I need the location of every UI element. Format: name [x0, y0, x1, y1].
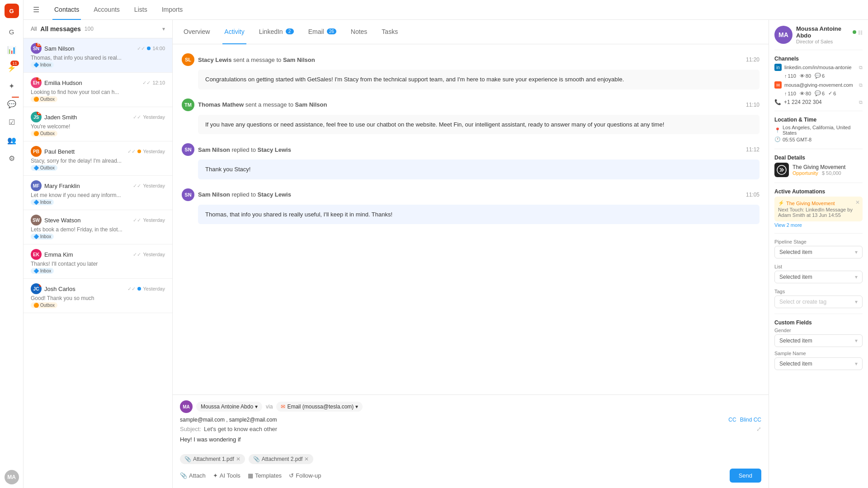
- nav-icon-chart[interactable]: 📊: [4, 42, 20, 58]
- list-item[interactable]: 8EH Emilia Hudson ✓✓ 12:10 Looking to fi…: [24, 73, 172, 107]
- copy-linkedin-button[interactable]: ⧉: [859, 65, 863, 70]
- nav-icon-tasks[interactable]: ☑: [4, 114, 20, 130]
- activity-time: 11:10: [746, 102, 760, 108]
- list-item[interactable]: EK Emma Kim ✓✓ Yesterday Thanks! I'll co…: [24, 244, 172, 279]
- activity-time: 11:20: [746, 56, 760, 63]
- activity-sender-info: SL Stacy Lewis sent a message to Sam Nil…: [182, 53, 315, 66]
- deal-info: The Giving Movement Opportunity $ 50,000: [793, 164, 863, 176]
- cc-button[interactable]: CC: [728, 417, 736, 423]
- list-item[interactable]: 20JS Jaden Smith ✓✓ Yesterday You're wel…: [24, 107, 172, 141]
- nav-icon-user[interactable]: G: [4, 23, 20, 40]
- lightning-icon: ⚡: [778, 200, 784, 206]
- compose-body[interactable]: Hey! I was wondering if: [180, 436, 761, 450]
- activity-sender-text: Sam Nilson replied to Stacy Lewis: [198, 146, 291, 153]
- unread-dot: [137, 150, 141, 153]
- send-button[interactable]: Send: [730, 469, 761, 483]
- msg-time: Yesterday: [143, 114, 165, 120]
- follow-up-button[interactable]: ↺ Follow-up: [289, 472, 321, 479]
- activity-item: SN Sam Nilson replied to Stacy Lewis 11:…: [182, 188, 760, 225]
- compose-subject-row: Subject: Let's get to know each other ⤢: [180, 426, 761, 432]
- gender-label: Gender: [774, 328, 863, 333]
- profile-avatar: MA: [774, 26, 793, 44]
- nav-icon-settings[interactable]: ⚙: [4, 150, 20, 166]
- tab-contacts[interactable]: Contacts: [52, 0, 81, 20]
- compose-attachments: 📎 Attachment 1.pdf ✕ 📎 Attachment 2.pdf …: [180, 454, 761, 464]
- activity-sender-info: TM Thomas Mathew sent a message to Sam N…: [182, 99, 327, 111]
- user-avatar[interactable]: MA: [5, 470, 19, 484]
- list-item[interactable]: SW Steve Watson ✓✓ Yesterday Lets book a…: [24, 210, 172, 244]
- list-item[interactable]: MF Mary Franklin ✓✓ Yesterday Let me kno…: [24, 176, 172, 210]
- phone-row: 📞 +1 224 202 304 ⧉: [774, 99, 863, 105]
- sender-name: Emma Kim: [44, 251, 73, 258]
- attach-button[interactable]: 📎 Attach: [180, 472, 206, 479]
- sender-name: Emilia Hudson: [44, 80, 82, 86]
- tab-notes[interactable]: Notes: [349, 20, 369, 44]
- list-item[interactable]: PB Paul Benett ✓✓ Yesterday Stacy, sorry…: [24, 141, 172, 176]
- detail-tabs: Overview Activity LinkedIn 2 Email 26 No…: [173, 20, 769, 44]
- msg-time: 14:00: [152, 46, 165, 51]
- pipeline-dropdown[interactable]: Selected item ▾: [774, 246, 863, 258]
- nav-icon-lightning[interactable]: ⚡11: [4, 60, 20, 76]
- sender-name: Jaden Smith: [44, 114, 77, 121]
- list-value: Selected item: [779, 274, 812, 280]
- nav-icon-message[interactable]: 💬: [4, 96, 20, 112]
- tab-accounts[interactable]: Accounts: [92, 0, 122, 20]
- list-item[interactable]: 2JC Josh Carlos ✓✓ Yesterday Good! Thank…: [24, 279, 172, 313]
- nav-icon-star[interactable]: ✦: [4, 78, 20, 94]
- nav-icon-contacts[interactable]: 👥: [4, 132, 20, 148]
- ai-tools-button[interactable]: ✦ AI Tools: [213, 472, 241, 479]
- tab-tasks[interactable]: Tasks: [380, 20, 400, 44]
- app-logo: G: [5, 4, 19, 18]
- tab-overview[interactable]: Overview: [182, 20, 212, 44]
- compose-from-select[interactable]: Moussa Antoine Abdo ▾: [196, 402, 262, 412]
- gender-value: Selected item: [779, 338, 812, 344]
- tab-lists[interactable]: Lists: [132, 0, 149, 20]
- read-icon: ✓✓: [142, 80, 151, 86]
- deal-title: Deal Details: [774, 155, 863, 161]
- activity-avatar: SN: [182, 143, 194, 156]
- tab-linkedin[interactable]: LinkedIn 2: [257, 20, 296, 44]
- messages-dropdown-icon[interactable]: ▾: [162, 26, 165, 32]
- view-more-button[interactable]: View 2 more: [774, 222, 863, 228]
- sidebar-toggle-icon[interactable]: ☰: [31, 5, 42, 15]
- detail-pane: Overview Activity LinkedIn 2 Email 26 No…: [173, 20, 769, 488]
- msg-time: Yesterday: [143, 183, 165, 188]
- compose-subject-text[interactable]: Let's get to know each other: [204, 426, 277, 432]
- copy-phone-button[interactable]: ⧉: [859, 99, 863, 105]
- chevron-down-icon: ▾: [355, 404, 358, 410]
- automation-close-button[interactable]: ✕: [855, 199, 860, 206]
- location-text: Los Angeles, California, United States: [783, 125, 863, 136]
- gender-dropdown[interactable]: Selected item ▾: [774, 334, 863, 347]
- expand-icon[interactable]: ⤢: [756, 426, 761, 432]
- tab-activity[interactable]: Activity: [222, 20, 246, 44]
- attachment-remove-button[interactable]: ✕: [304, 456, 309, 462]
- avatar: 20JS: [31, 112, 42, 122]
- msg-preview: Stacy, sorry for the delay! I'm alread..…: [31, 158, 139, 164]
- templates-button[interactable]: ▦ Templates: [248, 472, 282, 479]
- compose-email-select[interactable]: ✉ Email (moussa@tesla.com) ▾: [276, 402, 363, 412]
- all-filter-button[interactable]: All: [31, 26, 37, 32]
- sample-name-dropdown[interactable]: Selected item ▾: [774, 357, 863, 370]
- attachment-remove-button[interactable]: ✕: [236, 456, 241, 462]
- linkedin-stat-view: 👁80: [800, 73, 811, 79]
- profile-title: Director of Sales: [796, 39, 863, 44]
- profile-name: Moussa Antoine Abdo: [796, 25, 851, 39]
- content-area: All All messages 100 ▾ 53SN Sam Nilson: [24, 20, 868, 488]
- copy-email-button[interactable]: ⧉: [859, 82, 863, 88]
- automations-section: Active Automations ⚡ The Giving Movement…: [774, 188, 863, 228]
- tags-label: Tags: [774, 289, 863, 294]
- avatar: 2JC: [31, 283, 42, 294]
- time-row: 🕐 05:55 GMT-8: [774, 136, 863, 142]
- time-text: 05:55 GMT-8: [783, 137, 811, 142]
- tags-input[interactable]: Select or create tag ▾: [774, 296, 863, 308]
- activity-sender-info: SN Sam Nilson replied to Stacy Lewis: [182, 143, 291, 156]
- tab-email[interactable]: Email 26: [307, 20, 338, 44]
- gender-field-group: Gender Selected item ▾: [774, 328, 863, 347]
- list-dropdown[interactable]: Selected item ▾: [774, 271, 863, 283]
- divider: [774, 149, 863, 149]
- clock-icon: 🕐: [774, 136, 781, 142]
- tab-imports[interactable]: Imports: [160, 0, 185, 20]
- msg-tag: 🔷 Inbox: [31, 234, 54, 239]
- list-item[interactable]: 53SN Sam Nilson ✓✓ 14:00 Thomas, that in…: [24, 38, 172, 73]
- blind-cc-button[interactable]: Blind CC: [740, 417, 761, 423]
